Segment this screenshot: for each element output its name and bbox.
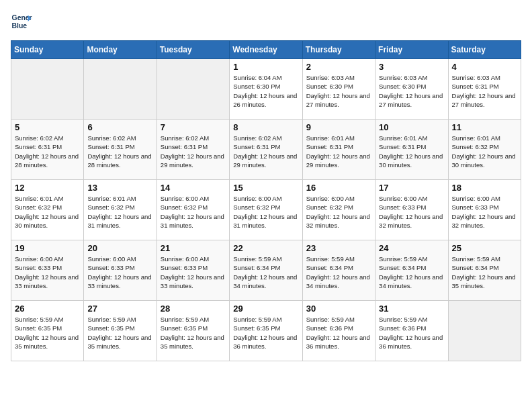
day-number: 31 <box>379 304 444 314</box>
calendar-header: SundayMondayTuesdayWednesdayThursdayFrid… <box>11 41 521 59</box>
logo-icon: General Blue <box>11 11 32 32</box>
calendar-week-row: 26Sunrise: 5:59 AMSunset: 6:35 PMDayligh… <box>11 301 521 361</box>
calendar-cell: 31Sunrise: 5:59 AMSunset: 6:36 PMDayligh… <box>375 301 448 361</box>
day-info: Sunrise: 5:59 AMSunset: 6:35 PMDaylight:… <box>87 315 152 351</box>
calendar-cell: 28Sunrise: 5:59 AMSunset: 6:35 PMDayligh… <box>157 301 229 361</box>
calendar-cell: 14Sunrise: 6:00 AMSunset: 6:32 PMDayligh… <box>157 180 229 240</box>
day-info: Sunrise: 5:59 AMSunset: 6:36 PMDaylight:… <box>306 315 371 351</box>
day-info: Sunrise: 6:03 AMSunset: 6:30 PMDaylight:… <box>306 73 371 109</box>
calendar-cell: 16Sunrise: 6:00 AMSunset: 6:32 PMDayligh… <box>302 180 375 240</box>
calendar-cell: 24Sunrise: 5:59 AMSunset: 6:34 PMDayligh… <box>375 240 448 301</box>
day-number: 26 <box>15 304 80 314</box>
day-info: Sunrise: 6:02 AMSunset: 6:31 PMDaylight:… <box>161 134 226 169</box>
calendar-cell: 22Sunrise: 5:59 AMSunset: 6:34 PMDayligh… <box>230 240 302 301</box>
day-number: 23 <box>306 243 371 253</box>
day-number: 12 <box>15 183 80 193</box>
day-number: 9 <box>306 122 371 132</box>
day-info: Sunrise: 6:02 AMSunset: 6:31 PMDaylight:… <box>87 134 152 169</box>
day-info: Sunrise: 6:01 AMSunset: 6:31 PMDaylight:… <box>306 134 371 169</box>
day-info: Sunrise: 5:59 AMSunset: 6:35 PMDaylight:… <box>161 315 226 351</box>
calendar-cell: 30Sunrise: 5:59 AMSunset: 6:36 PMDayligh… <box>302 301 375 361</box>
day-number: 18 <box>452 183 517 193</box>
calendar-cell: 19Sunrise: 6:00 AMSunset: 6:33 PMDayligh… <box>11 240 84 301</box>
day-number: 25 <box>452 243 517 253</box>
day-info: Sunrise: 6:00 AMSunset: 6:33 PMDaylight:… <box>379 194 444 230</box>
calendar-cell <box>448 301 521 361</box>
calendar-week-row: 12Sunrise: 6:01 AMSunset: 6:32 PMDayligh… <box>11 180 521 240</box>
day-info: Sunrise: 5:59 AMSunset: 6:35 PMDaylight:… <box>233 315 298 351</box>
day-of-week-header: Wednesday <box>230 41 302 59</box>
day-info: Sunrise: 6:01 AMSunset: 6:32 PMDaylight:… <box>15 194 80 230</box>
svg-text:Blue: Blue <box>12 22 28 30</box>
day-number: 1 <box>233 62 298 72</box>
day-number: 11 <box>452 122 517 132</box>
calendar-cell <box>157 59 229 120</box>
calendar-body: 1Sunrise: 6:04 AMSunset: 6:30 PMDaylight… <box>11 59 521 361</box>
day-number: 30 <box>306 304 371 314</box>
day-number: 15 <box>233 183 298 193</box>
calendar-cell <box>84 59 157 120</box>
calendar-cell: 6Sunrise: 6:02 AMSunset: 6:31 PMDaylight… <box>84 120 157 180</box>
calendar-cell: 2Sunrise: 6:03 AMSunset: 6:30 PMDaylight… <box>302 59 375 120</box>
days-of-week-row: SundayMondayTuesdayWednesdayThursdayFrid… <box>11 41 521 59</box>
calendar-cell: 3Sunrise: 6:03 AMSunset: 6:30 PMDaylight… <box>375 59 448 120</box>
day-number: 6 <box>87 122 152 132</box>
day-number: 8 <box>233 122 298 132</box>
day-number: 4 <box>452 62 517 72</box>
calendar-cell: 18Sunrise: 6:00 AMSunset: 6:33 PMDayligh… <box>448 180 521 240</box>
day-info: Sunrise: 5:59 AMSunset: 6:36 PMDaylight:… <box>379 315 444 351</box>
day-info: Sunrise: 6:01 AMSunset: 6:32 PMDaylight:… <box>87 194 152 230</box>
calendar-cell: 25Sunrise: 5:59 AMSunset: 6:34 PMDayligh… <box>448 240 521 301</box>
calendar-cell: 26Sunrise: 5:59 AMSunset: 6:35 PMDayligh… <box>11 301 84 361</box>
calendar-cell: 20Sunrise: 6:00 AMSunset: 6:33 PMDayligh… <box>84 240 157 301</box>
calendar-cell: 1Sunrise: 6:04 AMSunset: 6:30 PMDaylight… <box>230 59 302 120</box>
day-of-week-header: Saturday <box>448 41 521 59</box>
day-info: Sunrise: 6:00 AMSunset: 6:33 PMDaylight:… <box>161 255 226 290</box>
day-info: Sunrise: 6:00 AMSunset: 6:33 PMDaylight:… <box>87 255 152 290</box>
calendar-cell: 7Sunrise: 6:02 AMSunset: 6:31 PMDaylight… <box>157 120 229 180</box>
day-number: 14 <box>161 183 226 193</box>
calendar-table: SundayMondayTuesdayWednesdayThursdayFrid… <box>11 40 521 361</box>
day-info: Sunrise: 6:02 AMSunset: 6:31 PMDaylight:… <box>233 134 298 169</box>
day-info: Sunrise: 6:00 AMSunset: 6:32 PMDaylight:… <box>306 194 371 230</box>
day-info: Sunrise: 6:01 AMSunset: 6:32 PMDaylight:… <box>452 134 517 169</box>
calendar-cell: 23Sunrise: 5:59 AMSunset: 6:34 PMDayligh… <box>302 240 375 301</box>
logo: General Blue <box>11 11 35 32</box>
calendar-week-row: 19Sunrise: 6:00 AMSunset: 6:33 PMDayligh… <box>11 240 521 301</box>
page-header: General Blue <box>11 11 521 32</box>
calendar-cell: 21Sunrise: 6:00 AMSunset: 6:33 PMDayligh… <box>157 240 229 301</box>
day-of-week-header: Friday <box>375 41 448 59</box>
day-info: Sunrise: 6:00 AMSunset: 6:33 PMDaylight:… <box>452 194 517 230</box>
day-info: Sunrise: 5:59 AMSunset: 6:34 PMDaylight:… <box>233 255 298 290</box>
day-number: 24 <box>379 243 444 253</box>
day-number: 27 <box>87 304 152 314</box>
day-info: Sunrise: 6:00 AMSunset: 6:32 PMDaylight:… <box>161 194 226 230</box>
day-info: Sunrise: 5:59 AMSunset: 6:34 PMDaylight:… <box>452 255 517 290</box>
calendar-cell: 11Sunrise: 6:01 AMSunset: 6:32 PMDayligh… <box>448 120 521 180</box>
day-info: Sunrise: 6:03 AMSunset: 6:31 PMDaylight:… <box>452 73 517 109</box>
calendar-week-row: 5Sunrise: 6:02 AMSunset: 6:31 PMDaylight… <box>11 120 521 180</box>
calendar-cell: 5Sunrise: 6:02 AMSunset: 6:31 PMDaylight… <box>11 120 84 180</box>
day-number: 17 <box>379 183 444 193</box>
calendar-cell: 29Sunrise: 5:59 AMSunset: 6:35 PMDayligh… <box>230 301 302 361</box>
day-info: Sunrise: 6:03 AMSunset: 6:30 PMDaylight:… <box>379 73 444 109</box>
calendar-cell: 10Sunrise: 6:01 AMSunset: 6:31 PMDayligh… <box>375 120 448 180</box>
day-number: 29 <box>233 304 298 314</box>
day-number: 2 <box>306 62 371 72</box>
day-of-week-header: Sunday <box>11 41 84 59</box>
day-info: Sunrise: 5:59 AMSunset: 6:34 PMDaylight:… <box>379 255 444 290</box>
calendar-cell: 12Sunrise: 6:01 AMSunset: 6:32 PMDayligh… <box>11 180 84 240</box>
day-number: 10 <box>379 122 444 132</box>
day-number: 19 <box>15 243 80 253</box>
day-number: 22 <box>233 243 298 253</box>
day-of-week-header: Tuesday <box>157 41 229 59</box>
day-info: Sunrise: 6:01 AMSunset: 6:31 PMDaylight:… <box>379 134 444 169</box>
calendar-week-row: 1Sunrise: 6:04 AMSunset: 6:30 PMDaylight… <box>11 59 521 120</box>
calendar-cell: 27Sunrise: 5:59 AMSunset: 6:35 PMDayligh… <box>84 301 157 361</box>
day-number: 20 <box>87 243 152 253</box>
calendar-cell: 13Sunrise: 6:01 AMSunset: 6:32 PMDayligh… <box>84 180 157 240</box>
calendar-cell: 9Sunrise: 6:01 AMSunset: 6:31 PMDaylight… <box>302 120 375 180</box>
calendar-cell: 4Sunrise: 6:03 AMSunset: 6:31 PMDaylight… <box>448 59 521 120</box>
day-of-week-header: Thursday <box>302 41 375 59</box>
day-number: 13 <box>87 183 152 193</box>
